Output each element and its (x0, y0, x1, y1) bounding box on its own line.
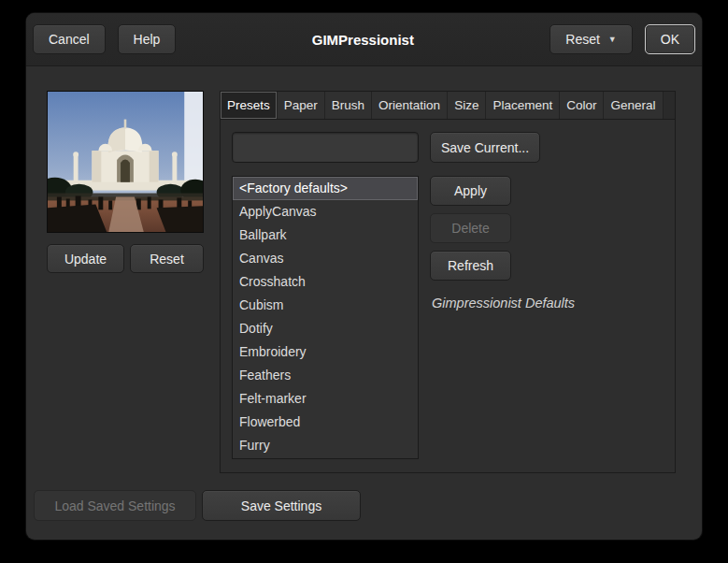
help-button[interactable]: Help (118, 24, 177, 54)
preset-list-item[interactable]: Embroidery (233, 340, 418, 364)
update-button[interactable]: Update (47, 244, 124, 273)
preset-list-item[interactable]: <Factory defaults> (233, 177, 418, 200)
tab-presets[interactable]: Presets (221, 92, 278, 119)
delete-button[interactable]: Delete (430, 213, 511, 243)
preset-list-item[interactable]: Flowerbed (233, 411, 418, 434)
chevron-down-icon: ▼ (608, 35, 617, 44)
reset-dropdown-label: Reset (565, 32, 600, 47)
preset-list-item[interactable]: Crosshatch (233, 270, 418, 294)
apply-button[interactable]: Apply (430, 176, 511, 206)
preset-list-item[interactable]: Dotify (233, 317, 418, 340)
tab-color[interactable]: Color (560, 92, 604, 119)
load-saved-settings-button[interactable]: Load Saved Settings (34, 490, 196, 521)
taj-mahal-illustration (48, 92, 203, 232)
preset-list-item[interactable]: Feathers (233, 364, 418, 387)
preset-list-item[interactable]: Ballpark (233, 224, 418, 247)
gimpressionist-dialog: Cancel Help GIMPressionist Reset ▼ OK (26, 13, 702, 540)
preset-list-item[interactable]: Cubism (233, 294, 418, 317)
tab-orientation[interactable]: Orientation (372, 92, 448, 119)
save-current-button[interactable]: Save Current... (430, 132, 540, 163)
preview-image (47, 91, 204, 233)
settings-notebook: Presets Paper Brush Orientation Size Pla… (220, 91, 676, 473)
tab-placement[interactable]: Placement (486, 92, 560, 119)
reset-dropdown-button[interactable]: Reset ▼ (550, 24, 633, 54)
tab-bar: Presets Paper Brush Orientation Size Pla… (221, 92, 675, 120)
tab-general[interactable]: General (604, 92, 663, 119)
ok-button[interactable]: OK (645, 24, 695, 54)
save-settings-button[interactable]: Save Settings (202, 490, 361, 521)
preset-list-item[interactable]: Furry (233, 434, 418, 457)
presets-list: <Factory defaults> ApplyCanvas Ballpark … (232, 176, 419, 459)
header-bar: Cancel Help GIMPressionist Reset ▼ OK (26, 13, 702, 66)
tab-size[interactable]: Size (448, 92, 486, 119)
tab-brush[interactable]: Brush (325, 92, 372, 119)
tab-paper[interactable]: Paper (278, 92, 325, 119)
preset-list-item[interactable]: ApplyCanvas (233, 200, 418, 224)
preset-list-item[interactable]: Canvas (233, 247, 418, 270)
cancel-button[interactable]: Cancel (33, 24, 106, 54)
preset-name-input[interactable] (232, 132, 419, 163)
preview-reset-button[interactable]: Reset (130, 244, 204, 273)
refresh-button[interactable]: Refresh (430, 251, 511, 281)
dialog-title: GIMPressionist (176, 32, 550, 48)
preset-description: Gimpressionist Defaults (432, 296, 575, 310)
preset-list-item[interactable]: Felt-marker (233, 387, 418, 411)
